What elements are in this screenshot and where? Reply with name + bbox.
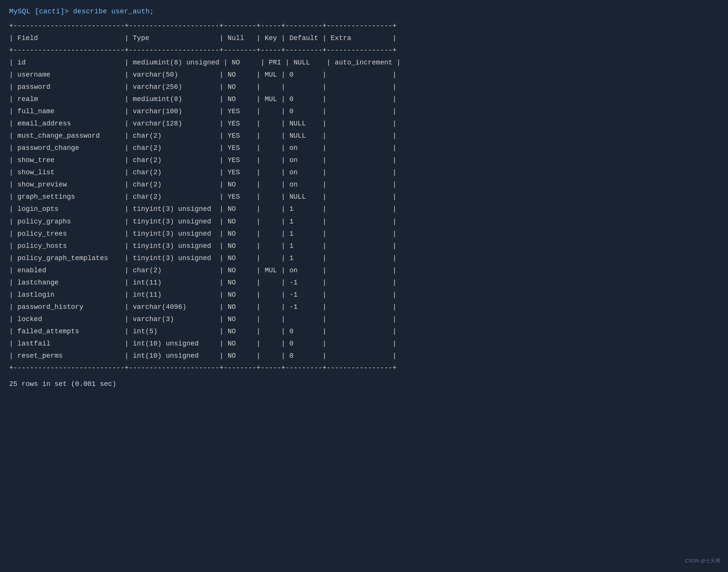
footer-text: 25 rows in set (0.001 sec) [9, 380, 719, 388]
table-output: +---------------------------+-----------… [9, 20, 719, 374]
command-line: MySQL [cacti]> describe user_auth; [9, 8, 719, 15]
terminal-window: MySQL [cacti]> describe user_auth; +----… [9, 8, 719, 388]
watermark: CSDN @七天网 [685, 558, 720, 564]
